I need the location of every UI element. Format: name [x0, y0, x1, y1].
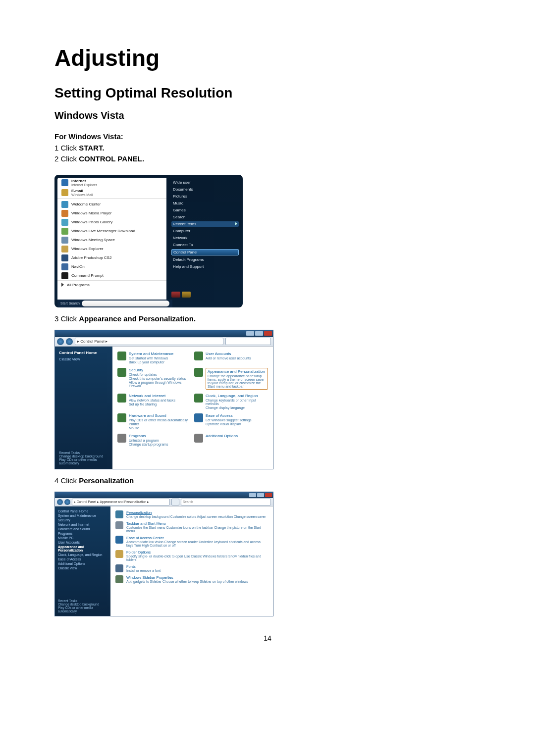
app-label: Command Prompt — [71, 273, 104, 278]
start-menu-recent-item[interactable]: Windows Meeting Space — [60, 236, 163, 245]
start-menu-recent-item[interactable]: Adobe Photoshop CS2 — [60, 253, 163, 262]
start-menu-recent-item[interactable]: Windows Media Player — [60, 209, 163, 218]
category-text: System and MaintenanceGet started with W… — [129, 352, 173, 364]
control-panel-category[interactable]: Additional Options — [194, 434, 268, 446]
classic-view-link[interactable]: Classic View — [58, 566, 107, 570]
appearance-entry[interactable]: Folder OptionsSpecify single- or double-… — [115, 550, 268, 561]
maximize-button[interactable] — [257, 493, 264, 497]
sidebar-item[interactable]: Control Panel Home — [58, 509, 107, 513]
control-panel-category[interactable]: SecurityCheck for updatesCheck this comp… — [117, 368, 191, 390]
appearance-entry[interactable]: Windows Sidebar PropertiesAdd gadgets to… — [115, 575, 268, 583]
category-text: ProgramsUninstall a programChange startu… — [129, 434, 168, 446]
control-panel-category[interactable]: Clock, Language, and RegionChange keyboa… — [194, 394, 268, 409]
control-panel-category[interactable]: User AccountsAdd or remove user accounts — [194, 352, 268, 364]
control-panel-category[interactable]: Ease of AccessLet Windows suggest settin… — [194, 413, 268, 430]
all-programs-item[interactable]: All Programs — [57, 280, 166, 289]
back-button[interactable] — [57, 499, 63, 505]
entry-icon — [115, 575, 123, 583]
app-icon — [61, 272, 68, 279]
start-menu-right-item[interactable]: Search — [171, 214, 239, 220]
control-panel-category[interactable]: Network and InternetView network status … — [117, 394, 191, 409]
search-input[interactable] — [82, 301, 169, 306]
sidebar-item[interactable]: Appearance and Personalization — [58, 545, 107, 552]
forward-button[interactable] — [66, 338, 73, 345]
chevron-right-icon — [235, 222, 237, 225]
forward-button[interactable] — [64, 499, 70, 505]
appearance-entry[interactable]: PersonalizationChange desktop background… — [115, 510, 268, 518]
sidebar-header: Control Panel Home — [59, 351, 108, 355]
start-menu-right-item[interactable]: Music — [171, 201, 239, 206]
category-icon — [117, 368, 126, 377]
refresh-button[interactable] — [171, 499, 179, 505]
minimize-button[interactable] — [249, 493, 256, 497]
start-menu-recent-item[interactable]: NaviOn — [60, 262, 163, 271]
entry-text: Windows Sidebar PropertiesAdd gadgets to… — [126, 575, 248, 583]
start-menu-right-item[interactable]: Recent Items — [171, 221, 239, 227]
category-icon — [194, 394, 203, 403]
category-icon — [117, 434, 126, 443]
start-menu-recent-item[interactable]: Windows Photo Gallery — [60, 218, 163, 227]
category-text: Clock, Language, and RegionChange keyboa… — [206, 394, 268, 409]
control-panel-category[interactable]: System and MaintenanceGet started with W… — [117, 352, 191, 364]
close-button[interactable] — [264, 331, 272, 336]
app-label: InternetInternet Explorer — [71, 179, 97, 187]
control-panel-category[interactable]: Appearance and PersonalizationChange the… — [194, 368, 268, 390]
classic-view-link[interactable]: Classic View — [59, 357, 108, 361]
start-menu-right-item[interactable]: Wide user — [171, 180, 239, 185]
start-menu-recent-item[interactable]: Welcome Center — [60, 200, 163, 209]
app-label: Windows Explorer — [71, 247, 103, 251]
appearance-entry[interactable]: FontsInstall or remove a font — [115, 564, 268, 572]
start-menu-right-item[interactable]: Help and Support — [171, 264, 239, 269]
sidebar-item[interactable]: User Accounts — [58, 541, 107, 544]
control-panel-category[interactable]: Hardware and SoundPlay CDs or other medi… — [117, 413, 191, 430]
sidebar-item[interactable]: Security — [58, 518, 107, 522]
lock-button[interactable] — [182, 292, 191, 298]
sidebar-item[interactable]: Mobile PC — [58, 536, 107, 540]
start-menu-recent-item[interactable]: Command Prompt — [60, 271, 163, 280]
entry-text: Folder OptionsSpecify single- or double-… — [126, 550, 268, 561]
breadcrumb[interactable]: ▸ Control Panel ▸ Appearance and Persona… — [72, 499, 170, 505]
sidebar-item[interactable]: Ease of Access — [58, 557, 107, 561]
category-text: Appearance and PersonalizationChange the… — [206, 368, 268, 390]
start-menu-recent-item[interactable]: Windows Live Messenger Download — [60, 227, 163, 236]
sidebar-item[interactable]: Hardware and Sound — [58, 527, 107, 531]
start-menu-right-item[interactable]: Control Panel — [171, 249, 239, 255]
entry-icon — [115, 564, 123, 572]
sidebar-item[interactable]: Programs — [58, 532, 107, 535]
start-menu-right-item[interactable]: Computer — [171, 228, 239, 234]
start-menu-right-item[interactable]: Default Programs — [171, 257, 239, 262]
start-menu-right-item[interactable]: Network — [171, 235, 239, 241]
start-menu-right-item[interactable]: Pictures — [171, 194, 239, 199]
start-search-label: Start Search — [60, 302, 80, 305]
entry-text: PersonalizationChange desktop background… — [126, 510, 266, 518]
start-menu-right-item[interactable]: Games — [171, 207, 239, 213]
app-label: E-mailWindows Mail — [71, 189, 93, 197]
shutdown-button[interactable] — [171, 292, 180, 298]
minimize-button[interactable] — [246, 331, 254, 336]
app-icon — [61, 228, 68, 235]
start-menu-recent-item[interactable]: Windows Explorer — [60, 245, 163, 253]
start-menu-pinned-item[interactable]: InternetInternet Explorer — [60, 178, 163, 188]
recent-tasks: Recent Tasks Change desktop background P… — [59, 451, 108, 465]
breadcrumb[interactable]: ▸ Control Panel ▸ — [75, 338, 223, 345]
start-search-bar[interactable]: Start Search — [57, 300, 172, 307]
sidebar-item[interactable]: Additional Options — [58, 562, 107, 565]
sidebar-item[interactable]: Clock, Language, and Region — [58, 553, 107, 556]
start-menu-right-item[interactable]: Connect To — [171, 242, 239, 248]
category-icon — [194, 368, 203, 377]
sidebar-item[interactable]: Network and Internet — [58, 523, 107, 526]
sidebar-item[interactable]: System and Maintenance — [58, 514, 107, 517]
search-input[interactable] — [225, 338, 271, 345]
start-menu-left-column: InternetInternet ExplorerE-mailWindows M… — [57, 178, 166, 300]
start-menu-right-item[interactable]: Documents — [171, 187, 239, 192]
appearance-entry[interactable]: Ease of Access CenterAccommodate low vis… — [115, 536, 268, 547]
start-menu-pinned-item[interactable]: E-mailWindows Mail — [60, 188, 163, 198]
back-button[interactable] — [57, 338, 64, 345]
appearance-entry[interactable]: Taskbar and Start MenuCustomize the Star… — [115, 521, 268, 533]
maximize-button[interactable] — [255, 331, 263, 336]
search-input[interactable]: Search — [181, 499, 271, 505]
close-button[interactable] — [265, 493, 272, 497]
app-icon — [61, 201, 68, 208]
appearance-entries: PersonalizationChange desktop background… — [110, 506, 273, 616]
control-panel-category[interactable]: ProgramsUninstall a programChange startu… — [117, 434, 191, 446]
